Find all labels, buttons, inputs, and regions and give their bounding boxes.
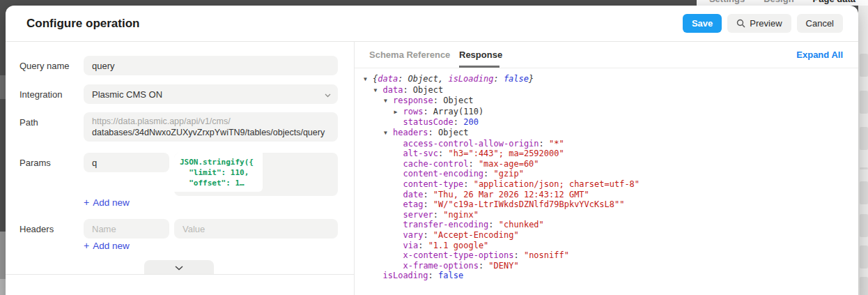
tab-settings[interactable]: Settings [709,0,745,4]
json-key: headers [393,128,428,137]
json-value: : [468,159,478,169]
header-value-input[interactable] [174,219,338,239]
plus-icon: + [84,197,89,208]
add-header-button[interactable]: + Add new [84,240,130,251]
expander-down-icon[interactable]: ▼ [384,96,393,107]
json-key: data [383,85,403,95]
tab-design[interactable]: Design [764,0,793,4]
dialog-title: Configure operation [26,17,139,31]
expander-right-icon[interactable]: ▶ [394,107,403,118]
form-footer-divider [6,274,354,275]
json-key: data [378,74,398,84]
json-value: } [529,74,534,84]
json-key: statusCode [403,117,454,127]
tab-response[interactable]: Response [459,50,502,60]
code-editor-surface[interactable]: JSON.stringify({ "limit": 110, "offset":… [174,153,263,192]
background-panel-row [860,181,868,204]
json-value: : [398,74,408,84]
json-value: : [423,190,433,199]
json-key: cache-control [403,159,469,169]
header-name-input[interactable] [84,219,169,239]
param-value-editor[interactable]: JSON.stringify({ "limit": 110, "offset":… [174,153,338,196]
json-tree-row: content-encoding: "gzip" [364,169,851,179]
plus-icon: + [84,240,89,251]
expand-all-link[interactable]: Expand All [796,50,843,60]
json-key: rows [403,107,424,116]
json-value: "h3=":443"; ma=2592000" [449,149,564,158]
json-value: Array(110) [433,107,483,116]
json-value: : [483,169,493,179]
json-key: etag [403,199,424,209]
json-key: via [403,241,419,250]
json-value: "W/"c19a-LtrIWkdsDZNlfd79BpkvYVcKsL8"" [433,199,625,209]
background-panel-row [860,277,868,295]
chevron-down-icon [325,89,331,100]
collapse-form-handle[interactable] [144,260,214,274]
param-key-input[interactable] [84,153,169,172]
json-key: alt-svc [403,149,439,158]
json-value: : [423,199,433,209]
json-value: : [539,139,549,149]
magnifier-icon [736,19,745,28]
json-value: "Accept-Encoding" [433,230,519,240]
chevron-down-icon [175,261,183,273]
cancel-button[interactable]: Cancel [797,14,843,33]
json-value: : [463,179,473,189]
json-value: "application/json; charset=utf-8" [474,179,640,189]
json-key: content-encoding [403,169,484,179]
json-key: access-control-allow-origin [403,139,539,149]
json-value: "max-age=60" [479,159,539,169]
json-tree-row: alt-svc: "h3=":443"; ma=2592000" [364,149,851,159]
json-key: content-type [403,179,464,189]
expander-down-icon[interactable]: ▼ [364,75,373,85]
json-value: "Thu, 26 Mar 2026 12:43:12 GMT" [433,190,589,199]
json-tree-row: ▼headers: Object [364,128,851,139]
save-button[interactable]: Save [683,14,722,33]
json-tree-row: x-frame-options: "DENY" [364,261,851,271]
json-tree-row: date: "Thu, 26 Mar 2026 12:43:12 GMT" [364,190,851,200]
json-key: isLoading [383,271,428,280]
dialog-actions: Save Preview Cancel [683,14,843,33]
json-tree-row: server: "nginx" [364,210,851,220]
json-value: : [513,250,523,260]
json-key: response [393,96,433,105]
json-value: : [433,210,443,220]
json-value: "DENY" [488,261,518,271]
json-value: : [418,241,428,250]
path-prefix: https://data.plasmic.app/api/v1/cms/ [92,116,330,127]
json-tree-row: ▼{data: Object, isLoading: false} [364,74,851,85]
background-panel-row [860,245,868,268]
json-tree: ▼{data: Object, isLoading: false}▼data: … [364,74,851,281]
json-value: : [423,107,433,116]
json-value: , [438,74,448,84]
query-name-label: Query name [20,61,70,71]
add-header-label: Add new [93,241,130,251]
app-header-strip: Settings Design Page data [697,0,868,6]
json-tree-row: via: "1.1 google" [364,241,851,251]
tab-page-data[interactable]: Page data [813,0,855,4]
json-tree-row: ▶rows: Array(110) [364,107,851,118]
json-value: 200 [463,117,479,127]
json-value: "*" [549,139,564,149]
configure-operation-dialog: Configure operation Save Preview Cancel … [6,6,858,295]
json-value: : [479,261,488,271]
json-value: "nginx" [443,210,479,220]
background-panel-row [860,127,868,150]
json-value: : [403,85,412,95]
json-tree-row: isLoading: false [364,271,851,281]
preview-button[interactable]: Preview [727,14,791,33]
add-param-button[interactable]: + Add new [84,197,130,208]
query-name-input[interactable] [84,56,338,75]
json-value: false [438,271,463,280]
json-key: server [403,210,433,220]
path-field[interactable]: https://data.plasmic.app/api/v1/cms/ dat… [84,112,338,142]
background-panel-row [860,167,868,169]
expander-down-icon[interactable]: ▼ [384,128,393,139]
json-value: "gzip" [494,169,524,179]
json-tree-row: content-type: "application/json; charset… [364,179,851,190]
tab-schema-reference[interactable]: Schema Reference [369,50,450,60]
json-tree-row: vary: "Accept-Encoding" [364,230,851,241]
json-value: Object [438,128,468,137]
integration-select[interactable]: Plasmic CMS ON [84,84,338,104]
expander-down-icon[interactable]: ▼ [374,86,383,96]
